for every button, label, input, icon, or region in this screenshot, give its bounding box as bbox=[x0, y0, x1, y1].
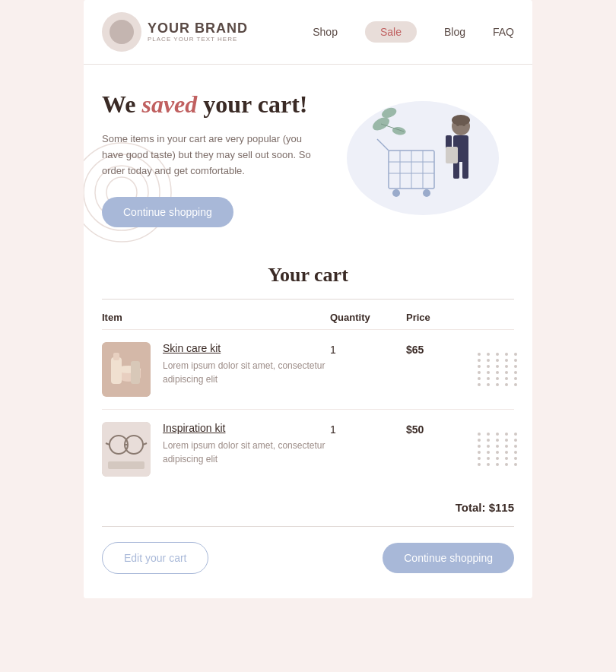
nav-link-sale[interactable]: Sale bbox=[365, 21, 417, 43]
brand-name: YOUR BRAND bbox=[148, 21, 248, 36]
navigation: YOUR BRAND PLACE YOUR TEXT HERE Shop Sal… bbox=[84, 0, 532, 65]
svg-point-11 bbox=[392, 189, 400, 197]
cart-total-label: Total: $115 bbox=[456, 501, 514, 514]
email-card: YOUR BRAND PLACE YOUR TEXT HERE Shop Sal… bbox=[84, 0, 532, 598]
product-info-1: Skin care kit Lorem ipsum dolor sit amet… bbox=[163, 342, 330, 397]
header-price: Price bbox=[406, 312, 514, 323]
bottom-continue-button[interactable]: Continue shopping bbox=[383, 543, 514, 573]
hero-title-prefix: We bbox=[102, 90, 141, 118]
dot-pattern-2 bbox=[478, 433, 520, 466]
product-name-2[interactable]: Inspiration kit bbox=[163, 422, 330, 434]
cart-title: Your cart bbox=[102, 246, 514, 299]
hero-section: We saved your cart! Some items in your c… bbox=[84, 65, 532, 246]
hero-text: We saved your cart! Some items in your c… bbox=[102, 89, 332, 227]
product-name-1[interactable]: Skin care kit bbox=[163, 342, 330, 354]
nav-link-faq[interactable]: FAQ bbox=[493, 26, 514, 38]
cart-header: Item Quantity Price bbox=[102, 312, 514, 329]
svg-rect-39 bbox=[108, 461, 144, 469]
illustration-svg bbox=[339, 97, 506, 219]
hero-description: Some items in your cart are very popular… bbox=[102, 132, 319, 179]
cart-total: Total: $115 bbox=[102, 489, 514, 520]
svg-point-21 bbox=[452, 115, 470, 125]
nav-link-blog[interactable]: Blog bbox=[444, 26, 465, 38]
nav-links: Shop Sale Blog FAQ bbox=[313, 21, 514, 43]
cart-qty-1: 1 bbox=[330, 342, 406, 356]
hero-title-suffix: your cart! bbox=[197, 90, 307, 118]
dot-grid-1 bbox=[478, 353, 520, 386]
edit-cart-button[interactable]: Edit your cart bbox=[102, 542, 208, 574]
hero-continue-button[interactable]: Continue shopping bbox=[102, 197, 233, 227]
cart-divider bbox=[102, 299, 514, 300]
svg-point-12 bbox=[423, 189, 430, 197]
cart-actions: Edit your cart Continue shopping bbox=[102, 542, 514, 574]
hero-illustration bbox=[332, 89, 514, 227]
cart-section: Your cart Item Quantity Price bbox=[84, 246, 532, 598]
hero-title-accent: saved bbox=[141, 90, 197, 118]
illustration-wrap bbox=[339, 97, 506, 219]
brand-logo: YOUR BRAND PLACE YOUR TEXT HERE bbox=[102, 12, 248, 52]
skincare-svg bbox=[102, 342, 151, 397]
cart-item-1: Skin care kit Lorem ipsum dolor sit amet… bbox=[102, 342, 330, 397]
cart-bottom-divider bbox=[102, 526, 514, 527]
svg-rect-32 bbox=[131, 361, 140, 384]
header-quantity: Quantity bbox=[330, 312, 406, 323]
dot-grid-2 bbox=[478, 433, 520, 466]
brand-text: YOUR BRAND PLACE YOUR TEXT HERE bbox=[148, 21, 248, 43]
inspiration-svg bbox=[102, 422, 151, 477]
product-image-skincare bbox=[102, 342, 151, 397]
product-desc-1: Lorem ipsum dolor sit amet, consectetur … bbox=[163, 359, 330, 386]
dot-pattern-1 bbox=[478, 353, 520, 386]
hero-title: We saved your cart! bbox=[102, 89, 319, 119]
svg-rect-18 bbox=[446, 147, 458, 163]
logo-icon bbox=[102, 12, 141, 52]
product-info-2: Inspiration kit Lorem ipsum dolor sit am… bbox=[163, 422, 330, 477]
brand-tagline: PLACE YOUR TEXT HERE bbox=[148, 36, 248, 43]
logo-circle-inner bbox=[110, 20, 134, 44]
table-row: Skin care kit Lorem ipsum dolor sit amet… bbox=[102, 329, 514, 409]
nav-link-shop[interactable]: Shop bbox=[313, 26, 338, 38]
product-image-inspiration bbox=[102, 422, 151, 477]
cart-item-2: Inspiration kit Lorem ipsum dolor sit am… bbox=[102, 422, 330, 477]
svg-rect-30 bbox=[111, 357, 122, 384]
page-wrapper: YOUR BRAND PLACE YOUR TEXT HERE Shop Sal… bbox=[0, 0, 616, 672]
header-item: Item bbox=[102, 312, 330, 323]
svg-rect-31 bbox=[113, 353, 119, 360]
cart-qty-2: 1 bbox=[330, 422, 406, 436]
product-desc-2: Lorem ipsum dolor sit amet, consectetur … bbox=[163, 439, 330, 466]
table-row: Inspiration kit Lorem ipsum dolor sit am… bbox=[102, 409, 514, 489]
svg-rect-16 bbox=[462, 160, 468, 179]
